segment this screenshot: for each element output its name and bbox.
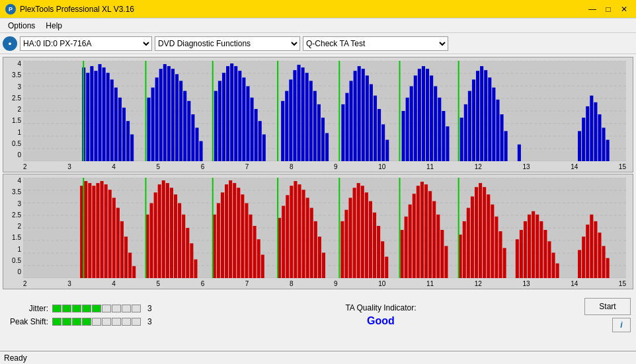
- svg-rect-79: [402, 111, 405, 161]
- svg-rect-194: [405, 217, 408, 278]
- svg-rect-171: [294, 181, 297, 278]
- svg-rect-107: [582, 118, 585, 161]
- svg-rect-63: [321, 118, 325, 161]
- svg-rect-220: [520, 230, 523, 278]
- jitter-seg-3: [72, 305, 81, 312]
- svg-rect-203: [440, 230, 444, 278]
- close-button[interactable]: ✕: [617, 3, 631, 16]
- x-label: 7: [245, 163, 249, 170]
- svg-rect-183: [353, 188, 356, 278]
- svg-rect-86: [430, 75, 433, 161]
- maximize-button[interactable]: □: [602, 3, 615, 16]
- y-label-05: 0.5: [12, 258, 21, 264]
- svg-rect-219: [516, 239, 519, 278]
- upper-chart-svg: [23, 61, 626, 161]
- function-select[interactable]: DVD Diagnostic Functions: [155, 36, 300, 51]
- svg-rect-197: [417, 186, 420, 278]
- svg-rect-14: [98, 64, 101, 161]
- svg-rect-200: [428, 191, 432, 278]
- svg-rect-188: [373, 213, 376, 278]
- y-label-05: 0.5: [12, 141, 21, 147]
- svg-rect-11: [86, 73, 89, 161]
- svg-rect-17: [110, 79, 114, 161]
- svg-rect-68: [349, 81, 352, 161]
- minimize-button[interactable]: —: [586, 3, 599, 16]
- svg-rect-48: [251, 98, 254, 161]
- svg-rect-56: [293, 70, 296, 161]
- y-label-35: 3.5: [12, 189, 21, 196]
- svg-rect-35: [191, 114, 194, 161]
- svg-rect-147: [178, 203, 181, 278]
- svg-rect-59: [305, 73, 309, 161]
- svg-rect-93: [464, 104, 467, 161]
- svg-rect-61: [313, 91, 317, 161]
- svg-rect-182: [348, 198, 352, 278]
- menu-help[interactable]: Help: [40, 20, 67, 32]
- y-label-3: 3: [17, 201, 21, 207]
- x-label: 8: [290, 163, 294, 170]
- jitter-seg-6: [102, 305, 111, 312]
- drive-select[interactable]: HA:0 ID:0 PX-716A: [20, 36, 152, 51]
- svg-rect-176: [314, 221, 317, 278]
- svg-rect-210: [475, 187, 478, 278]
- svg-rect-154: [217, 203, 220, 278]
- svg-rect-74: [374, 96, 377, 161]
- svg-rect-134: [120, 221, 124, 278]
- svg-rect-24: [147, 98, 150, 161]
- svg-rect-70: [358, 66, 361, 161]
- svg-rect-168: [282, 206, 285, 278]
- svg-rect-112: [602, 127, 606, 161]
- svg-rect-72: [366, 75, 369, 161]
- svg-rect-156: [225, 184, 228, 278]
- jitter-seg-2: [62, 305, 71, 312]
- test-select[interactable]: Q-Check TA Test: [303, 36, 448, 51]
- start-button[interactable]: Start: [584, 298, 631, 315]
- menu-options[interactable]: Options: [3, 20, 40, 32]
- svg-rect-81: [410, 87, 413, 161]
- svg-rect-233: [590, 215, 593, 278]
- metrics-section: Jitter: 3 Peak Shift:: [5, 304, 177, 326]
- svg-rect-64: [325, 133, 329, 161]
- svg-rect-142: [158, 184, 161, 278]
- ta-quality-value: Good: [367, 315, 395, 327]
- svg-rect-236: [602, 246, 606, 278]
- svg-rect-77: [385, 140, 389, 161]
- svg-rect-150: [190, 243, 193, 278]
- x-label: 5: [156, 280, 160, 287]
- title-bar: P PlexTools Professional XL V3.16 — □ ✕: [0, 0, 636, 18]
- menu-bar: Options Help: [0, 18, 636, 33]
- svg-rect-209: [471, 196, 474, 278]
- svg-rect-95: [472, 79, 475, 161]
- svg-rect-111: [598, 114, 601, 161]
- svg-rect-146: [174, 194, 177, 278]
- svg-rect-213: [487, 194, 490, 278]
- svg-rect-89: [442, 111, 445, 161]
- x-label: 15: [619, 280, 626, 287]
- svg-rect-12: [90, 66, 93, 161]
- y-label-25: 2.5: [12, 95, 21, 102]
- svg-rect-34: [187, 101, 190, 161]
- ps-seg-3: [72, 318, 81, 326]
- svg-rect-140: [150, 203, 153, 278]
- svg-rect-47: [246, 87, 249, 161]
- svg-rect-102: [500, 114, 503, 161]
- svg-rect-149: [186, 228, 189, 278]
- ps-seg-9: [132, 318, 141, 326]
- lower-chart-x-axis: 2 3 4 5 6 7 8 9 10 11 12 13 14 15: [23, 280, 626, 287]
- svg-rect-26: [155, 77, 159, 161]
- svg-rect-36: [195, 127, 198, 161]
- svg-rect-137: [132, 266, 136, 278]
- upper-chart-x-axis: 2 3 4 5 6 7 8 9 10 11 12 13 14 15: [23, 163, 626, 170]
- svg-rect-39: [214, 91, 218, 161]
- svg-rect-126: [88, 183, 91, 278]
- svg-rect-162: [249, 215, 252, 278]
- svg-rect-30: [171, 69, 175, 161]
- svg-rect-141: [154, 192, 157, 278]
- svg-rect-148: [182, 215, 185, 278]
- info-button[interactable]: i: [612, 318, 631, 332]
- svg-rect-55: [289, 79, 292, 161]
- svg-rect-177: [318, 237, 321, 278]
- svg-rect-224: [536, 215, 539, 278]
- svg-rect-211: [479, 183, 482, 278]
- lower-chart-svg: [23, 178, 626, 278]
